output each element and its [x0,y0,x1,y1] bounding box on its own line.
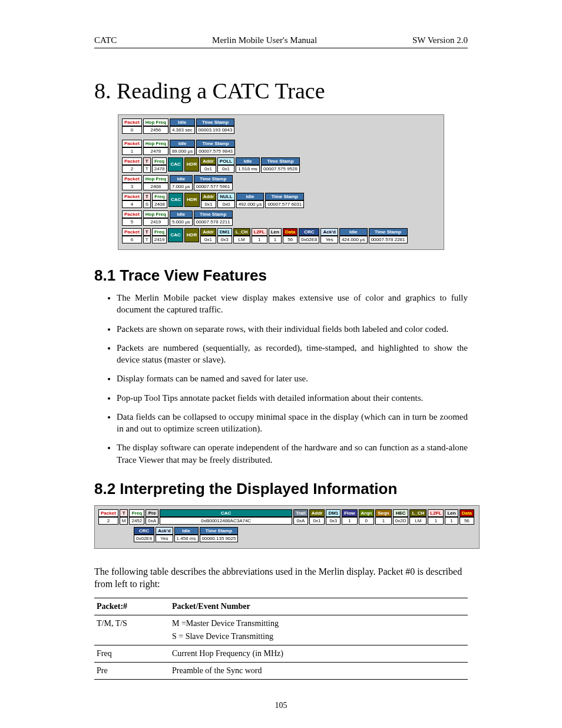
hop-val: 2456 [143,126,168,134]
page-number: 105 [0,701,562,710]
list-item: The display software can operate indepen… [117,442,468,466]
list-item: Data fields can be collapsed to occupy m… [117,411,468,435]
list-item: The Merlin Mobile packet view display ma… [117,292,468,316]
table-row: T/M, T/S M =Master Device Transmitting S… [94,615,468,645]
abbrev-header-key: Packet:# [94,598,170,615]
trace-figure-2: Packet2 TM Freq2452 Pre0xA CAC0xB0001248… [94,505,480,549]
section-8.2-para: The following table describes the abbrev… [94,565,468,591]
abbrev-header-val: Packet/Event Number [170,598,468,615]
abbrev-table: Packet:# Packet/Event Number T/M, T/S M … [94,598,468,680]
feature-list: The Merlin Mobile packet view display ma… [117,292,468,466]
packet-num: 0 [122,126,142,134]
page-header: CATC Merlin Mobile User's Manual SW Vers… [94,35,468,48]
list-item: Pop-up Tool Tips annotate packet fields … [117,392,468,404]
packet-label: Packet [122,118,142,126]
ts-label: Time Stamp [196,118,235,126]
section-8.2-heading: 8.2 Interpreting the Displayed Informati… [94,480,468,498]
header-left: CATC [94,35,117,45]
chapter-title: 8. Reading a CATC Trace [94,78,468,104]
idle-label: Idle [170,118,195,126]
table-row: Pre Preamble of the Sync word [94,662,468,679]
header-right: SW Version 2.0 [412,35,468,45]
abbrev-key: T/M, T/S [94,615,170,645]
table-row: Freq Current Hop Frequency (in MHz) [94,645,468,662]
abbrev-key: Freq [94,645,170,662]
ts-val: 00003.193 0843 [196,126,235,134]
section-8.1-heading: 8.1 Trace View Features [94,266,468,285]
list-item: Packets are numbered (sequentially, as r… [117,342,468,366]
list-item: Packets are shown on separate rows, with… [117,323,468,335]
abbrev-val: Preamble of the Sync word [170,662,468,679]
header-center: Merlin Mobile User's Manual [212,35,317,45]
list-item: Display formats can be named and saved f… [117,373,468,384]
abbrev-val: M =Master Device Transmitting S = Slave … [170,615,468,645]
abbrev-val: Current Hop Frequency (in MHz) [170,645,468,662]
trace-figure-1: Packet0 Hop Freq2456 Idle4.383 sec Time … [118,114,444,250]
hopfreq-label: Hop Freq [143,118,168,126]
idle-val: 4.383 sec [170,126,195,134]
abbrev-key: Pre [94,662,170,679]
